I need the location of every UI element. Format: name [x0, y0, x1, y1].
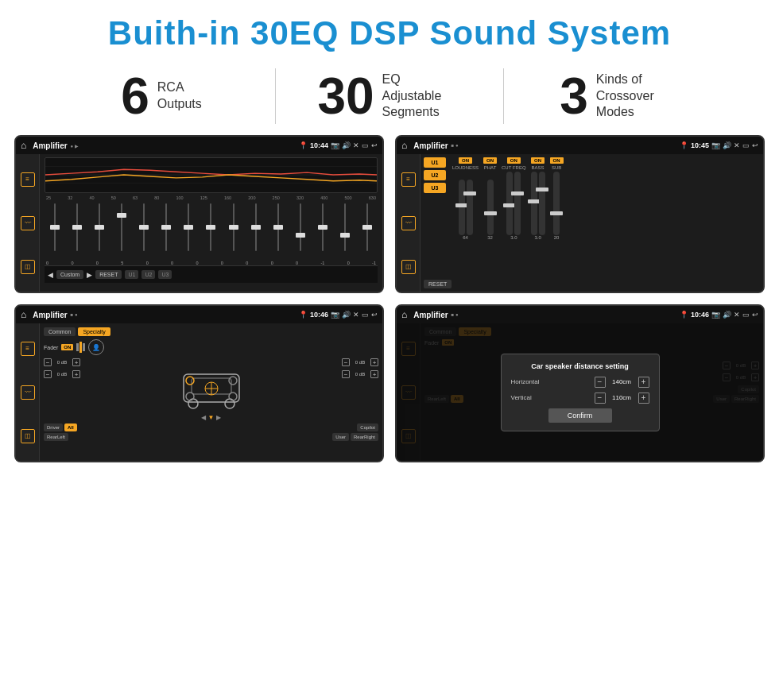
eq-slider-4[interactable] [111, 203, 132, 259]
btn-copilot-3[interactable]: Copilot [357, 423, 378, 431]
rr-minus-3[interactable]: − [342, 370, 350, 378]
spk-icon-2[interactable]: 〰 [21, 385, 35, 400]
tab-specialty-3[interactable]: Specialty [78, 327, 110, 336]
vertical-minus[interactable]: − [595, 393, 606, 404]
eq-slider-14[interactable] [335, 203, 355, 259]
spk-icon-3[interactable]: ◫ [21, 429, 35, 443]
fl-plus-3[interactable]: + [72, 358, 80, 366]
home-icon-2[interactable]: ⌂ [401, 140, 407, 151]
u1-btn[interactable]: U1 [125, 270, 138, 279]
indicator-dots-3: ■ ● [71, 312, 78, 317]
next-btn[interactable]: ▶ [87, 271, 92, 279]
eq-slider-6[interactable] [156, 203, 176, 259]
fader-row-3: Fader ON 👤 [44, 339, 378, 355]
eq-icon-1[interactable]: ≡ [21, 172, 35, 187]
horizontal-plus[interactable]: + [638, 377, 649, 388]
u3-btn[interactable]: U3 [158, 270, 172, 279]
sub-on[interactable]: ON [550, 157, 564, 164]
arr-right-3[interactable]: ▶ [216, 414, 221, 421]
btn-rearright-3[interactable]: RearRight [351, 433, 378, 441]
fader-on-3[interactable]: ON [61, 344, 73, 350]
eq-slider-9[interactable] [223, 203, 244, 259]
bass-slider-g[interactable] [539, 172, 545, 235]
arr-left-3[interactable]: ◀ [201, 414, 206, 421]
eq-curve-area [45, 157, 378, 193]
eq-slider-8[interactable] [200, 203, 221, 259]
fr-plus-3[interactable]: + [370, 358, 378, 366]
sub-slider[interactable] [553, 172, 560, 235]
eq-slider-3[interactable] [89, 203, 110, 259]
loudness-slider-r[interactable] [467, 180, 473, 235]
preset-u1[interactable]: U1 [424, 157, 446, 168]
bass-on[interactable]: ON [531, 157, 545, 164]
prev-btn[interactable]: ◀ [48, 271, 53, 279]
eq-slider-15[interactable] [357, 203, 378, 259]
preset-u2[interactable]: U2 [424, 170, 446, 180]
btn-rearleft-3[interactable]: RearLeft [44, 433, 68, 441]
eq-slider-5[interactable] [134, 203, 154, 259]
btn-driver-3[interactable]: Driver [44, 423, 63, 431]
eq-slider-12[interactable] [290, 203, 311, 259]
amp-reset-btn[interactable]: RESET [424, 280, 452, 288]
tab-common-3[interactable]: Common [44, 327, 76, 336]
loudness-name: LOUDNESS [452, 165, 479, 170]
vertical-plus[interactable]: + [638, 393, 649, 404]
fader-label-3: Fader [44, 345, 58, 350]
cutfreq-slider-f[interactable] [506, 172, 513, 235]
btn-user-3[interactable]: User [332, 433, 349, 441]
eq-slider-13[interactable] [312, 203, 333, 259]
back-icon-1[interactable]: ↩ [371, 141, 378, 149]
eq-freq-labels: 253240506380 100125160200250320 40050063… [45, 195, 378, 200]
u2-btn[interactable]: U2 [141, 270, 155, 279]
amp-icon-3[interactable]: ◫ [401, 260, 416, 274]
eq-slider-2[interactable] [67, 203, 87, 259]
fr-minus-3[interactable]: − [342, 358, 350, 366]
confirm-button[interactable]: Confirm [548, 408, 612, 423]
spk-icon-1[interactable]: ≡ [21, 342, 35, 356]
cutfreq-on[interactable]: ON [507, 157, 521, 164]
rl-plus-3[interactable]: + [72, 370, 80, 378]
stat-rca: 6 RCAOutputs [48, 71, 275, 122]
home-icon-3[interactable]: ⌂ [21, 309, 26, 320]
fl-minus-3[interactable]: − [44, 358, 52, 366]
status-bar-4: ⌂ Amplifier ■ ● 📍 10:46 📷 🔊 ✕ ▭ ↩ [397, 306, 763, 323]
home-icon-4[interactable]: ⌂ [401, 309, 407, 320]
eq-slider-11[interactable] [268, 203, 289, 259]
stat-crossover: 3 Kinds ofCrossover Modes [504, 71, 731, 122]
arr-down-3[interactable]: ▼ [208, 414, 215, 421]
home-icon-1[interactable]: ⌂ [21, 140, 26, 151]
back-icon-2[interactable]: ↩ [752, 141, 758, 149]
rr-plus-3[interactable]: + [370, 370, 378, 378]
preset-u3[interactable]: U3 [424, 183, 446, 193]
vol-fr-3: − 0 dB + [342, 358, 378, 366]
horizontal-minus[interactable]: − [595, 377, 606, 388]
eq-bottom-bar: ◀ Custom ▶ RESET U1 U2 U3 [45, 265, 378, 283]
cutfreq-slider-g[interactable] [514, 172, 521, 235]
vol-rl-3: − 0 dB + [44, 370, 80, 378]
phat-on[interactable]: ON [483, 157, 497, 164]
amp-icon-1[interactable]: ≡ [401, 172, 416, 187]
reset-btn[interactable]: RESET [95, 270, 122, 279]
fader-icon-3[interactable]: 👤 [88, 339, 104, 355]
custom-btn[interactable]: Custom [56, 270, 83, 279]
eq-slider-10[interactable] [246, 203, 266, 259]
speaker-tabs-3: Common Specialty [44, 327, 378, 336]
rl-minus-3[interactable]: − [44, 370, 52, 378]
amp-icon-2[interactable]: 〰 [401, 216, 416, 230]
amp-sidebar: ≡ 〰 ◫ [397, 154, 421, 292]
eq-icon-3[interactable]: ◫ [21, 260, 35, 274]
back-icon-3[interactable]: ↩ [371, 311, 378, 319]
loudness-on[interactable]: ON [459, 157, 472, 164]
phat-slider[interactable] [487, 180, 494, 235]
back-icon-4[interactable]: ↩ [752, 311, 758, 319]
eq-icon-2[interactable]: 〰 [21, 216, 35, 230]
channel-cutfreq: ON CUT FREQ 3.0 [502, 157, 526, 278]
eq-slider-1[interactable] [45, 203, 65, 259]
btn-all-3[interactable]: All [64, 423, 77, 431]
eq-slider-7[interactable] [178, 203, 199, 259]
loudness-slider-l[interactable] [459, 180, 465, 235]
app-title-3: Amplifier [33, 311, 67, 319]
bass-slider-f[interactable] [531, 172, 537, 235]
location-icon-2: 📍 [680, 141, 688, 149]
vol-icon-3: 🔊 [342, 311, 351, 319]
